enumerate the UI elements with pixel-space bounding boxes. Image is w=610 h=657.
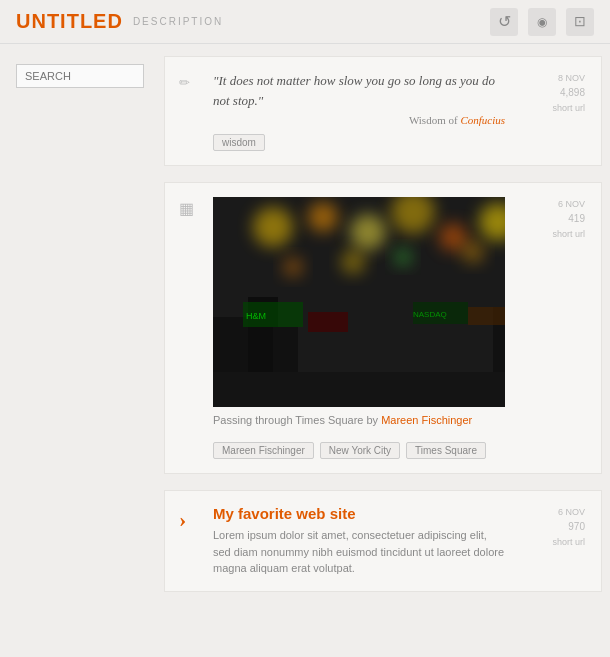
quote-post: "It does not matter how slow you go so l… bbox=[164, 56, 602, 166]
image-short-url: short url bbox=[515, 227, 585, 241]
search-input[interactable] bbox=[16, 64, 144, 88]
image-post-body: H&M NASDAQ Passing through Times Squa bbox=[213, 197, 505, 459]
tag-mareen[interactable]: Mareen Fischinger bbox=[213, 442, 314, 459]
quote-post-meta: 8 NOV 4,898 short url bbox=[515, 71, 585, 151]
caption-prefix: Passing through Times Square by bbox=[213, 414, 378, 426]
link-short-url: short url bbox=[515, 535, 585, 549]
link-post-body: My favorite web site Lorem ipsum dolor s… bbox=[213, 505, 505, 577]
link-post: My favorite web site Lorem ipsum dolor s… bbox=[164, 490, 602, 592]
image-caption: Passing through Times Square by Mareen F… bbox=[213, 414, 505, 426]
tag-nyc[interactable]: New York City bbox=[320, 442, 400, 459]
site-description: DESCRIPTION bbox=[133, 16, 223, 27]
link-post-icon-col bbox=[179, 505, 203, 577]
quote-text: "It does not matter how slow you go so l… bbox=[213, 71, 505, 110]
post-image: H&M NASDAQ bbox=[213, 197, 505, 407]
quote-post-body: "It does not matter how slow you go so l… bbox=[213, 71, 505, 151]
city-image-svg: H&M NASDAQ bbox=[213, 197, 505, 407]
svg-point-9 bbox=[350, 214, 386, 250]
site-header: UNTITLED DESCRIPTION bbox=[0, 0, 610, 44]
svg-point-7 bbox=[253, 207, 293, 247]
svg-point-15 bbox=[341, 250, 365, 274]
rss-button[interactable] bbox=[528, 8, 556, 36]
bookmark-button[interactable] bbox=[566, 8, 594, 36]
svg-point-8 bbox=[308, 202, 338, 232]
quote-date: 8 NOV bbox=[515, 71, 585, 85]
arrow-icon bbox=[179, 507, 186, 533]
svg-text:NASDAQ: NASDAQ bbox=[413, 310, 447, 319]
quote-source-prefix: Wisdom of bbox=[409, 114, 458, 126]
header-icons bbox=[490, 8, 594, 36]
svg-point-16 bbox=[394, 248, 412, 266]
svg-rect-6 bbox=[213, 372, 505, 407]
image-tags: Mareen Fischinger New York City Times Sq… bbox=[213, 434, 505, 459]
site-title: UNTITLED bbox=[16, 10, 123, 33]
svg-point-11 bbox=[439, 223, 467, 251]
quote-source: Wisdom of Confucius bbox=[213, 114, 505, 126]
tag-times-square[interactable]: Times Square bbox=[406, 442, 486, 459]
rss-icon bbox=[537, 14, 547, 30]
image-post-meta: 6 NOV 419 short url bbox=[515, 197, 585, 459]
image-likes: 419 bbox=[515, 211, 585, 227]
image-icon bbox=[179, 199, 194, 218]
image-date: 6 NOV bbox=[515, 197, 585, 211]
svg-point-14 bbox=[283, 257, 303, 277]
sidebar bbox=[0, 56, 160, 608]
content-area: "It does not matter how slow you go so l… bbox=[160, 56, 610, 608]
quote-likes: 4,898 bbox=[515, 85, 585, 101]
svg-point-17 bbox=[462, 241, 484, 263]
quote-post-icon-col bbox=[179, 71, 203, 151]
header-left: UNTITLED DESCRIPTION bbox=[16, 10, 223, 33]
svg-rect-20 bbox=[308, 312, 348, 332]
quote-short-url: short url bbox=[515, 101, 585, 115]
main-layout: "It does not matter how slow you go so l… bbox=[0, 44, 610, 620]
tag-wisdom[interactable]: wisdom bbox=[213, 134, 265, 151]
image-author[interactable]: Mareen Fischinger bbox=[381, 414, 472, 426]
image-post-icon-col bbox=[179, 197, 203, 459]
svg-text:H&M: H&M bbox=[246, 311, 266, 321]
refresh-icon bbox=[498, 12, 511, 31]
image-post: H&M NASDAQ Passing through Times Squa bbox=[164, 182, 602, 474]
quote-tags: wisdom bbox=[213, 126, 505, 151]
link-likes: 970 bbox=[515, 519, 585, 535]
bookmark-icon bbox=[574, 13, 586, 30]
link-date: 6 NOV bbox=[515, 505, 585, 519]
refresh-button[interactable] bbox=[490, 8, 518, 36]
svg-rect-22 bbox=[468, 307, 505, 325]
link-post-meta: 6 NOV 970 short url bbox=[515, 505, 585, 577]
link-excerpt: Lorem ipsum dolor sit amet, consectetuer… bbox=[213, 527, 505, 577]
link-title[interactable]: My favorite web site bbox=[213, 505, 505, 522]
quote-author[interactable]: Confucius bbox=[460, 114, 505, 126]
pencil-icon bbox=[179, 73, 190, 91]
